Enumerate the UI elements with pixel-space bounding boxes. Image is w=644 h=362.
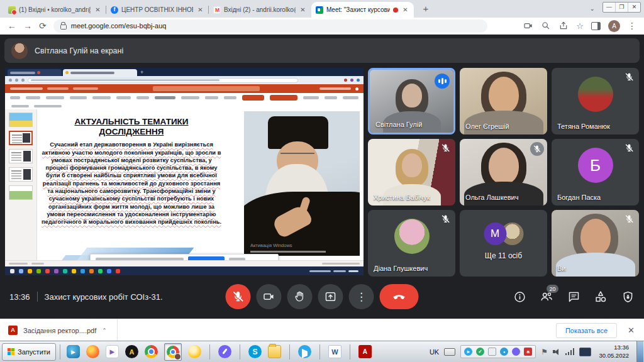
mic-off-icon xyxy=(625,214,634,224)
kmplayer-icon[interactable] xyxy=(106,345,119,358)
network-signal-icon[interactable] xyxy=(565,348,575,355)
minimize-window-button[interactable]: — xyxy=(603,3,615,12)
tray-eye-icon[interactable] xyxy=(500,348,508,356)
tray-telegram-icon[interactable] xyxy=(464,348,472,356)
taskbar-clock[interactable]: 13:36 30.05.2022 xyxy=(596,344,631,360)
tab-close-icon[interactable]: ✕ xyxy=(401,6,409,14)
speaker-icon[interactable] xyxy=(553,348,560,356)
tray-viber-icon[interactable] xyxy=(512,348,520,356)
zoom-page-icon[interactable] xyxy=(541,21,551,31)
present-button[interactable] xyxy=(318,284,343,309)
overflow-avatars: M xyxy=(484,222,523,245)
meeting-details-button[interactable] xyxy=(513,290,526,304)
aimp-icon[interactable] xyxy=(125,345,138,358)
mic-toggle-button[interactable] xyxy=(226,284,251,309)
activities-button[interactable] xyxy=(594,290,608,304)
side-panel-icon[interactable] xyxy=(591,22,601,30)
download-chevron-icon[interactable]: ⌃ xyxy=(102,327,107,334)
chrome-active-app[interactable] xyxy=(164,343,182,361)
call-buttons: ⋮ xyxy=(226,284,419,309)
meeting-info: 13:36 Захист курсових робіт СОІз-31. xyxy=(0,292,163,302)
forward-icon[interactable]: → xyxy=(23,21,32,30)
reload-icon[interactable]: ⟳ xyxy=(39,21,47,30)
show-all-downloads-button[interactable]: Показать все xyxy=(556,323,617,338)
tray-shield-check-icon[interactable] xyxy=(476,348,484,356)
firefox-icon[interactable] xyxy=(86,345,99,358)
participant-tile-olha[interactable]: Ольга Лашкевич xyxy=(460,139,547,206)
display-icon[interactable] xyxy=(579,348,591,356)
viber-icon[interactable] xyxy=(218,345,231,358)
language-indicator[interactable]: UK xyxy=(430,348,439,356)
tab-meet-active[interactable]: Meet: "Захист курсових роб ✕ xyxy=(311,2,414,18)
secure-lock-icon[interactable] xyxy=(60,25,67,30)
address-bar[interactable]: meet.google.com/esu-bqbj-auq xyxy=(53,19,487,33)
chrome-canary-icon[interactable] xyxy=(188,345,201,358)
participant-tile-you[interactable]: Ви xyxy=(552,210,639,277)
divider xyxy=(37,292,38,302)
media-player-icon[interactable] xyxy=(67,345,80,358)
host-controls-button[interactable] xyxy=(621,290,635,304)
file-explorer-icon[interactable] xyxy=(268,345,281,358)
skype-icon[interactable] xyxy=(248,345,262,358)
current-slide: АКТУАЛЬНІСТЬ ТЕМАТИКИ ДОСЛІДЖЕННЯ Сучасн… xyxy=(37,109,364,260)
new-tab-button[interactable]: + xyxy=(419,2,433,16)
more-options-button[interactable]: ⋮ xyxy=(349,284,374,309)
participant-tile-svitlana[interactable]: Світлана Гулій xyxy=(368,68,455,134)
powerpoint-search-box xyxy=(153,86,260,91)
tray-red-a-icon[interactable] xyxy=(524,348,532,356)
speaking-audio-icon xyxy=(435,74,450,89)
tray-clipboard-icon[interactable] xyxy=(488,348,496,356)
keyboard-icon[interactable] xyxy=(444,348,455,356)
browser-toolbar: ← → ⟳ meet.google.com/esu-bqbj-auq ☆ A ⋮ xyxy=(0,18,644,35)
meet-control-bar: 13:36 Захист курсових робіт СОІз-31. ⋮ xyxy=(0,278,644,315)
share-page-icon[interactable] xyxy=(558,21,569,31)
close-download-bar-icon[interactable]: ✕ xyxy=(628,326,635,335)
bookmark-star-icon[interactable]: ☆ xyxy=(576,21,584,31)
action-center-flag-icon[interactable]: ⚑ xyxy=(541,348,548,356)
close-window-button[interactable]: ✕ xyxy=(628,3,640,12)
acrobat-icon[interactable] xyxy=(358,345,372,358)
shared-new-tab-icon: + xyxy=(140,69,143,76)
back-icon[interactable]: ← xyxy=(8,21,16,30)
restore-window-button[interactable]: ❐ xyxy=(615,3,628,12)
windows-logo-icon xyxy=(8,348,14,355)
chat-button[interactable] xyxy=(567,290,580,304)
mic-off-icon xyxy=(530,142,544,156)
participant-tile-tetyana[interactable]: Тетяна Романюк xyxy=(552,68,639,134)
participant-tile-oleh[interactable]: Олег Єгрешій xyxy=(460,68,547,134)
tab-gmail-inbox[interactable]: Вхідні (2) - andrii.korolko@pnu.e ✕ xyxy=(209,2,311,18)
tab-close-icon[interactable]: ✕ xyxy=(94,6,102,14)
slide-thumbnail-5 xyxy=(9,185,33,200)
participant-tile-diana[interactable]: Діана Глушкевич xyxy=(368,210,455,277)
raise-hand-button[interactable] xyxy=(287,284,313,309)
tab-title: Вхідні (2) - andrii.korolko@pnu.e xyxy=(224,6,296,13)
browser-tab-strip: (1) Вхідні • korolko_andr@ukr.ne ✕ ЦЕНТР… xyxy=(0,0,644,18)
participant-tile-bohdan[interactable]: Б Богдан Паска xyxy=(552,139,639,206)
windows-activation-watermark: Активація Windows xyxy=(250,243,292,248)
tab-close-icon[interactable]: ✕ xyxy=(299,6,307,14)
tab-ukrnet-inbox[interactable]: (1) Вхідні • korolko_andr@ukr.ne ✕ xyxy=(4,2,106,18)
show-desktop-button[interactable] xyxy=(636,341,643,362)
shared-screen[interactable]: + xyxy=(5,68,364,275)
browser-menu-icon[interactable]: ⋮ xyxy=(628,21,636,30)
presenting-banner: Світлана Гулій на екрані xyxy=(4,38,640,63)
tab-close-icon[interactable]: ✕ xyxy=(196,6,204,14)
profile-avatar[interactable]: A xyxy=(608,20,620,32)
tab-facebook[interactable]: ЦЕНТР ОСВІТНІХ ІННОВАЦІЙ | F ✕ xyxy=(106,2,209,18)
participants-button[interactable]: 20 xyxy=(540,290,553,304)
tab-search-chevron-icon[interactable]: ⌄ xyxy=(590,5,595,12)
participant-avatar-letter: Б xyxy=(578,148,613,183)
taskbar-date: 30.05.2022 xyxy=(599,352,629,360)
downloaded-file-chip[interactable]: A Засідання ректор....pdf ⌃ xyxy=(0,319,117,341)
camera-permission-icon[interactable] xyxy=(523,21,533,31)
word-icon[interactable] xyxy=(328,345,341,358)
system-tray: UK ⚑ 13:36 30.05.2022 xyxy=(430,341,644,362)
participant-tile-overflow[interactable]: M Ще 11 осіб xyxy=(460,210,547,277)
start-button[interactable]: Запустити xyxy=(2,343,56,361)
chrome-icon[interactable] xyxy=(145,345,158,358)
telegram-icon[interactable] xyxy=(298,345,311,358)
divider xyxy=(240,344,240,359)
end-call-button[interactable] xyxy=(380,284,419,309)
camera-toggle-button[interactable] xyxy=(257,284,282,309)
participant-tile-khrystyna[interactable]: Христина Бабічук xyxy=(368,139,455,206)
